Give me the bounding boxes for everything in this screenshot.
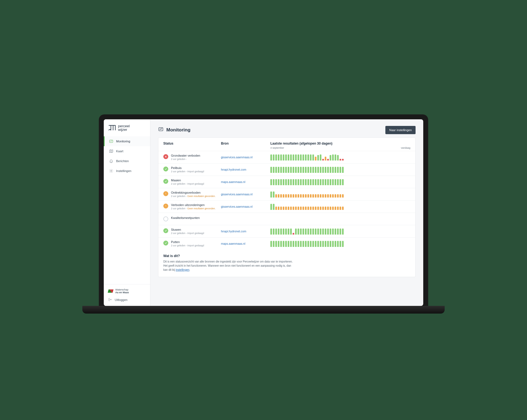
- result-bar: [275, 154, 277, 160]
- row-sub: 2 uur geleden -: [171, 158, 200, 160]
- result-bar: [290, 194, 292, 198]
- result-bar: [288, 241, 289, 247]
- result-bar: [305, 241, 307, 247]
- laptop-frame: perceel wijzer MonitoringKaartBerichtenI…: [99, 114, 428, 306]
- result-bar: [273, 191, 274, 198]
- nav-item-monitoring[interactable]: Monitoring: [104, 136, 150, 146]
- info-body: Dit is een statusoverzicht van alle bron…: [163, 260, 296, 272]
- result-bars: [270, 216, 410, 222]
- org-logo-icon: [108, 289, 113, 293]
- status-cell: Grondwater verboden2 uur geleden -: [163, 154, 218, 160]
- table-row: Grondwater verboden2 uur geleden -gisser…: [158, 151, 415, 163]
- result-bar: [302, 167, 304, 173]
- result-bar: [283, 179, 284, 185]
- col-results-label: Laatste resultaten (afgelopen 30 dagen): [270, 142, 410, 145]
- result-bar: [330, 179, 331, 185]
- result-bar: [340, 194, 341, 198]
- result-bar: [302, 229, 304, 235]
- result-bar: [305, 179, 307, 185]
- map-icon: [109, 149, 113, 153]
- result-bar: [283, 241, 284, 247]
- result-bar: [273, 167, 274, 173]
- result-bar: [293, 207, 294, 210]
- logout-button[interactable]: Uitloggen: [108, 298, 146, 302]
- result-bar: [283, 167, 284, 173]
- result-bar: [302, 179, 304, 185]
- result-bar: [307, 154, 309, 160]
- result-bar: [322, 241, 324, 247]
- sidebar-nav: MonitoringKaartBerichtenInstellingen: [104, 135, 150, 284]
- bron-link[interactable]: hnapi.hydronet.com: [221, 230, 268, 233]
- row-sub: 2 uur geleden - Import geslaagd: [171, 182, 204, 185]
- result-bar: [335, 154, 336, 160]
- result-bar: [327, 167, 329, 173]
- bron-link[interactable]: gisservices.aaenmaas.nl: [221, 156, 268, 159]
- status-badge-empty: [163, 216, 168, 221]
- row-sub: 2 uur geleden - Import geslaagd: [171, 170, 204, 173]
- result-bar: [335, 179, 336, 185]
- bron-link[interactable]: gisservices.aaenmaas.nl: [221, 193, 268, 196]
- result-bar: [327, 207, 329, 210]
- nav-item-instellingen[interactable]: Instellingen: [104, 166, 150, 176]
- status-cell: Peilbuis2 uur geleden - Import geslaagd: [163, 166, 218, 173]
- row-sub: 2 uur geleden - Geen resultaten gevonden…: [171, 195, 215, 198]
- result-bar: [280, 179, 282, 185]
- col-status: Status: [163, 142, 218, 149]
- table-row: Stuwen2 uur geleden - Import geslaagdhna…: [158, 225, 415, 237]
- logout-icon: [108, 298, 112, 302]
- result-bar: [322, 229, 324, 235]
- info-link[interactable]: instellingen: [176, 268, 189, 271]
- result-bar: [317, 194, 319, 198]
- status-cell: Stuwen2 uur geleden - Import geslaagd: [163, 228, 218, 235]
- result-bar: [325, 179, 326, 185]
- result-bar: [273, 229, 274, 235]
- status-badge-ok: [163, 228, 168, 233]
- result-bar: [337, 167, 339, 173]
- org-prefix: Waterschap: [115, 288, 129, 291]
- result-bar: [273, 204, 274, 210]
- result-bar: [293, 241, 294, 247]
- bron-link[interactable]: maps.aaenmaas.nl: [221, 242, 268, 245]
- result-bar: [322, 159, 324, 160]
- result-bar: [307, 194, 309, 198]
- result-bar: [298, 241, 299, 247]
- result-bar: [340, 207, 341, 210]
- result-bar: [327, 194, 329, 198]
- result-bar: [300, 194, 302, 198]
- bron-link[interactable]: gisservices.aaenmaas.nl: [221, 205, 268, 208]
- row-title: Putten: [171, 240, 204, 244]
- nav-item-berichten[interactable]: Berichten: [104, 156, 150, 166]
- nav-item-kaart[interactable]: Kaart: [104, 146, 150, 156]
- result-bar: [278, 154, 279, 160]
- bron-link[interactable]: maps.aaenmaas.nl: [221, 180, 268, 184]
- result-bar: [315, 229, 316, 235]
- result-bar: [342, 229, 344, 235]
- result-bar: [298, 229, 299, 235]
- page-title-text: Monitoring: [166, 127, 190, 133]
- result-bar: [295, 207, 297, 210]
- row-sub: 2 uur geleden - Geen resultaten gevonden…: [171, 207, 215, 210]
- result-bar: [330, 155, 331, 160]
- result-bar: [335, 167, 336, 173]
- result-bar: [332, 194, 334, 198]
- result-bar: [298, 179, 299, 185]
- result-bar: [293, 179, 294, 185]
- result-bar: [310, 167, 312, 173]
- result-bar: [330, 194, 331, 198]
- result-bar: [335, 241, 336, 247]
- result-bar: [290, 229, 292, 235]
- result-bar: [295, 241, 297, 247]
- result-bar: [340, 241, 341, 247]
- result-bars: [270, 154, 410, 160]
- result-bar: [293, 154, 294, 160]
- result-bars: [270, 228, 410, 235]
- result-bar: [337, 241, 339, 247]
- result-bar: [278, 241, 279, 247]
- bron-link[interactable]: hnapi.hydronet.com: [221, 168, 268, 171]
- result-bar: [312, 241, 314, 247]
- result-bar: [335, 207, 336, 210]
- result-bar: [320, 167, 321, 173]
- table-row: Maaien2 uur geleden - Import geslaagdmap…: [158, 176, 415, 188]
- settings-button[interactable]: Naar instellingen: [385, 126, 416, 134]
- status-badge-err: [163, 154, 168, 159]
